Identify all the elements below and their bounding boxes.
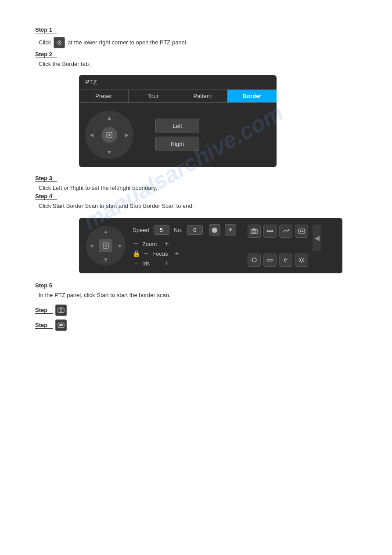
zoom-plus[interactable]: +: [163, 240, 170, 248]
lock-icon: 🔒: [133, 250, 140, 257]
icon-step-row-2: Step: [35, 319, 357, 331]
step-label-1: Step 1: [35, 26, 57, 33]
svg-point-22: [300, 259, 302, 261]
dot-icon: ⬤: [209, 224, 220, 236]
gear-icon: ⚙: [54, 37, 65, 48]
dpad-up-arrow[interactable]: ▲: [106, 114, 112, 121]
svg-marker-15: [299, 230, 301, 232]
icon-row-1: ◀: [248, 225, 321, 251]
speed-input[interactable]: [154, 225, 169, 235]
ptz-ctrl-dpad: ▲ ▼ ◄ ►: [86, 226, 126, 265]
dpad-left-arrow[interactable]: ◄: [89, 131, 95, 138]
icon-camera[interactable]: [248, 225, 261, 238]
svg-marker-19: [272, 258, 273, 260]
svg-rect-25: [60, 308, 62, 308]
zoom-minus[interactable]: −: [133, 240, 140, 248]
ptz-dpad: ▲ ▼ ◄ ►: [85, 111, 133, 159]
ptz-ctrl-params: Speed No. ⬤ ▼ − Zoom + 🔒 − Focus +: [133, 224, 236, 267]
dpad-center[interactable]: [101, 127, 117, 143]
icon-step-box-1[interactable]: [55, 305, 67, 316]
no-label: No.: [174, 227, 183, 233]
speed-label: Speed: [133, 227, 149, 233]
svg-marker-16: [302, 230, 304, 232]
svg-marker-21: [267, 260, 268, 262]
ptz-icon-grid: ◀: [248, 225, 321, 267]
icon-step-label-1: Step: [35, 307, 53, 314]
focus-plus[interactable]: +: [173, 250, 180, 258]
icon-expand[interactable]: [295, 225, 308, 238]
icon-swap[interactable]: [263, 254, 277, 267]
right-button[interactable]: Right: [155, 137, 199, 151]
iris-plus[interactable]: +: [163, 259, 170, 267]
ptz-tabs: Preset Tour Pattern Border: [79, 90, 277, 103]
iris-label: Iris: [142, 260, 161, 267]
iris-minus[interactable]: −: [133, 259, 140, 267]
tab-pattern[interactable]: Pattern: [178, 90, 228, 102]
tab-preset[interactable]: Preset: [79, 90, 129, 102]
icon-step-box-2[interactable]: [55, 319, 67, 331]
no-input[interactable]: [187, 225, 203, 235]
icon-path[interactable]: [279, 225, 292, 238]
svg-point-9: [271, 230, 273, 232]
dpad-down-arrow[interactable]: ▼: [106, 149, 112, 156]
step2-text: Click the Border tab.: [39, 61, 357, 67]
ptz-ctrl-up[interactable]: ▲: [103, 229, 108, 235]
section-intro: Step 1 Click ⚙ at the lower-right corner…: [35, 26, 357, 67]
icon-waypoints[interactable]: [263, 225, 277, 238]
ptz-dialog: PTZ Preset Tour Pattern Border ▲ ▼ ◄ ►: [79, 75, 277, 167]
svg-marker-12: [288, 229, 289, 231]
step3-text: Click Left or Right to set the left/righ…: [39, 185, 357, 191]
ptz-ctrl-left[interactable]: ◄: [89, 243, 94, 249]
section-bottom-steps: Step 5 In the PTZ panel, click Start to …: [35, 282, 357, 298]
svg-point-5: [253, 230, 255, 233]
left-button[interactable]: Left: [155, 119, 199, 133]
step5-text: In the PTZ panel, click Start to start t…: [39, 292, 357, 298]
nav-arrow-right[interactable]: ◀: [313, 225, 321, 251]
ptz-ctrl-right[interactable]: ►: [118, 243, 123, 249]
iris-row: − Iris +: [133, 259, 236, 267]
icon-step-label-2: Step: [35, 322, 53, 329]
icon-step-row-1: Step: [35, 305, 357, 316]
step-label-3: Step 3: [35, 175, 57, 182]
step4-text: Click Start Border Scan to start and Sto…: [39, 203, 357, 209]
focus-row: 🔒 − Focus +: [133, 250, 236, 258]
step-label-5: Step 5: [35, 282, 57, 289]
speed-no-row: Speed No. ⬤ ▼: [133, 224, 236, 236]
icon-settings[interactable]: [295, 254, 308, 267]
zoom-row: − Zoom +: [133, 240, 236, 248]
svg-rect-23: [58, 308, 64, 312]
svg-point-1: [108, 134, 111, 136]
step-label-4: Step 4: [35, 193, 57, 200]
icon-row-2: [248, 254, 321, 267]
svg-point-24: [60, 309, 62, 312]
ptz-control-panel: ▲ ▼ ◄ ► Speed No. ⬤ ▼: [79, 218, 342, 273]
svg-point-8: [269, 230, 271, 232]
zoom-label: Zoom: [142, 241, 161, 247]
ptz-ctrl-down[interactable]: ▼: [103, 257, 108, 263]
ptz-body: ▲ ▼ ◄ ► Left Right: [79, 103, 277, 167]
section-step3: Step 3 Click Left or Right to set the le…: [35, 175, 357, 209]
tab-border[interactable]: Border: [227, 90, 277, 102]
svg-marker-17: [252, 259, 253, 262]
svg-point-7: [267, 230, 269, 232]
dpad-right-arrow[interactable]: ►: [124, 131, 130, 138]
intro-text-1: Click ⚙ at the lower-right corner to ope…: [39, 37, 357, 48]
focus-label: Focus: [152, 250, 171, 257]
svg-rect-6: [253, 229, 255, 229]
svg-point-3: [105, 245, 107, 247]
ptz-dialog-title: PTZ: [79, 75, 277, 90]
border-buttons: Left Right: [155, 119, 199, 151]
triangle-down-icon: ▼: [225, 224, 236, 236]
svg-rect-27: [59, 324, 63, 326]
icon-repeat[interactable]: [248, 254, 261, 267]
step-label-2: Step 2: [35, 51, 57, 58]
icon-back[interactable]: [279, 254, 292, 267]
ptz-ctrl-dpad-center[interactable]: [99, 239, 112, 252]
tab-tour[interactable]: Tour: [129, 90, 178, 102]
focus-minus[interactable]: −: [143, 250, 150, 258]
